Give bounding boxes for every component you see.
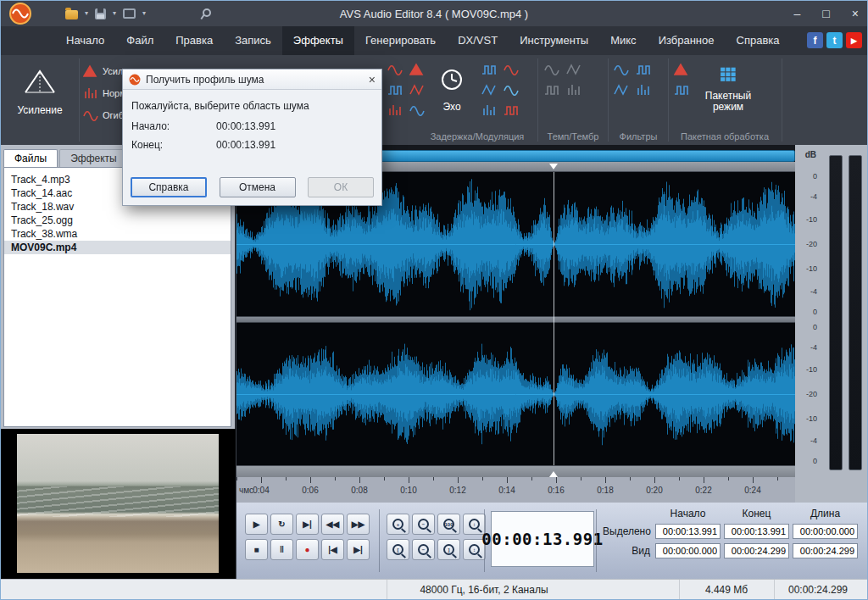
menu-item-Эффекты[interactable]: Эффекты bbox=[282, 26, 354, 55]
flanger-icon[interactable] bbox=[503, 62, 520, 77]
save-caret-icon[interactable]: ▾ bbox=[113, 10, 116, 17]
video-frame-foam bbox=[17, 486, 219, 517]
filter-icon[interactable] bbox=[613, 62, 630, 77]
phaser-icon[interactable] bbox=[481, 103, 498, 118]
record-button[interactable]: ● bbox=[296, 539, 319, 560]
zoom-100-button[interactable]: 100 bbox=[437, 514, 460, 535]
menu-item-Генерировать[interactable]: Генерировать bbox=[354, 26, 447, 55]
device-caret-icon[interactable]: ▾ bbox=[142, 10, 146, 17]
chorus-icon[interactable] bbox=[503, 82, 520, 97]
group-label-tempo: Темп/Тембр bbox=[540, 131, 606, 142]
effect-icon[interactable] bbox=[387, 82, 403, 97]
filter-icon[interactable] bbox=[635, 62, 652, 77]
zoom-out-button[interactable]: − bbox=[412, 514, 435, 535]
file-item[interactable]: Track_38.wma bbox=[4, 227, 231, 241]
tempo-icon[interactable] bbox=[543, 62, 560, 77]
menu-item-Избранное[interactable]: Избранное bbox=[648, 26, 726, 55]
menu-item-Запись[interactable]: Запись bbox=[224, 26, 282, 55]
db-tick: -10 bbox=[806, 365, 817, 374]
title-bar: ▾ ▾ ▾ AVS Audio Editor 8.4 ( MOV09C.mp4 … bbox=[1, 1, 867, 26]
reverb-icon[interactable] bbox=[503, 103, 520, 118]
menu-item-Справка[interactable]: Справка bbox=[726, 26, 791, 55]
delay-icon[interactable] bbox=[481, 62, 498, 77]
menu-item-Инструменты[interactable]: Инструменты bbox=[509, 26, 599, 55]
dialog-title-bar[interactable]: Получить профиль шума × bbox=[123, 69, 381, 90]
pause-button[interactable]: ‖ bbox=[270, 539, 293, 560]
fast-forward-button[interactable]: ▶▶ bbox=[347, 514, 370, 535]
waveform-channel-2[interactable] bbox=[236, 323, 795, 465]
time-field[interactable] bbox=[655, 524, 721, 539]
effect-icon[interactable] bbox=[387, 62, 403, 77]
vibrato-icon[interactable] bbox=[481, 82, 498, 97]
menu-item-Правка[interactable]: Правка bbox=[164, 26, 224, 55]
echo-button[interactable]: Эхо bbox=[428, 60, 476, 142]
batch-small-icon[interactable] bbox=[673, 82, 690, 97]
close-button[interactable]: × bbox=[852, 8, 859, 19]
save-icon[interactable] bbox=[95, 8, 106, 19]
zoom-in-button[interactable]: + bbox=[387, 514, 409, 535]
open-file-caret-icon[interactable]: ▾ bbox=[85, 10, 88, 17]
panel-tabs: ФайлыЭффекты bbox=[3, 147, 130, 167]
youtube-icon[interactable]: ▶ bbox=[846, 32, 862, 48]
tab-Эффекты[interactable]: Эффекты bbox=[59, 149, 128, 167]
ruler-bottom[interactable] bbox=[236, 465, 795, 477]
twitter-icon[interactable]: t bbox=[826, 32, 843, 48]
zoom-selection-button[interactable]: [ bbox=[387, 539, 409, 560]
menu-item-Файл[interactable]: Файл bbox=[115, 26, 164, 55]
normalize-icon bbox=[82, 86, 99, 101]
filter-icon[interactable] bbox=[635, 82, 652, 97]
cancel-button[interactable]: Отмена bbox=[220, 177, 296, 197]
time-field[interactable] bbox=[724, 524, 789, 539]
play-button[interactable]: ▶ bbox=[245, 514, 268, 535]
loop-button[interactable]: ↻ bbox=[270, 514, 293, 535]
playhead-marker-bottom[interactable] bbox=[549, 467, 558, 477]
open-file-icon[interactable] bbox=[65, 10, 78, 19]
go-to-end-button[interactable]: ▶| bbox=[347, 539, 370, 560]
filter-icon[interactable] bbox=[613, 82, 630, 97]
rate-icon[interactable] bbox=[543, 82, 560, 97]
menu-item-Микс[interactable]: Микс bbox=[599, 26, 647, 55]
time-field[interactable] bbox=[793, 543, 858, 558]
go-to-start-button[interactable]: |◀ bbox=[321, 539, 344, 560]
effect-icon[interactable] bbox=[409, 62, 426, 77]
zoom-out-full-button[interactable]: − bbox=[412, 539, 435, 560]
time-field[interactable] bbox=[655, 543, 721, 558]
zoom-fit-button[interactable]: ] bbox=[437, 539, 460, 560]
stop-button[interactable]: ■ bbox=[245, 539, 268, 560]
ok-button[interactable]: ОК bbox=[308, 177, 374, 197]
playhead-marker-top[interactable] bbox=[549, 164, 558, 174]
help-button[interactable]: Справка bbox=[131, 177, 207, 197]
maximize-button[interactable]: □ bbox=[822, 8, 829, 19]
amplify-button[interactable]: Усиление bbox=[4, 60, 75, 142]
selection-row2-label: Вид bbox=[603, 545, 650, 557]
time-field[interactable] bbox=[793, 524, 858, 539]
menu-item-DX/VST[interactable]: DX/VST bbox=[447, 26, 509, 55]
amplify-small-button[interactable]: Усил bbox=[82, 62, 126, 81]
minimize-button[interactable]: – bbox=[794, 8, 801, 19]
batch-mode-button[interactable]: Пакетный режим bbox=[696, 60, 760, 142]
play-to-end-button[interactable]: ▶| bbox=[296, 514, 319, 535]
selection-header: Длина bbox=[793, 508, 858, 519]
dialog-close-icon[interactable]: × bbox=[369, 73, 376, 86]
menu-item-Начало[interactable]: Начало bbox=[55, 26, 115, 55]
transport-row2: ■‖●|◀▶| bbox=[245, 539, 370, 560]
device-icon[interactable] bbox=[123, 8, 136, 19]
pin-icon[interactable] bbox=[200, 8, 210, 19]
time-field[interactable] bbox=[724, 543, 789, 558]
effect-icon[interactable] bbox=[387, 103, 403, 118]
envelope-button[interactable]: Огиб bbox=[82, 106, 126, 125]
start-value: 00:00:13.991 bbox=[216, 120, 275, 132]
batch-small-icon[interactable] bbox=[673, 62, 690, 77]
effect-icon[interactable] bbox=[409, 82, 426, 97]
timeline-ruler[interactable]: чмс 0:040:060:080:100:120:140:160:180:20… bbox=[236, 477, 795, 503]
effect-icon[interactable] bbox=[409, 103, 426, 118]
facebook-icon[interactable]: f bbox=[807, 32, 823, 48]
normalize-button[interactable]: Норм bbox=[82, 84, 126, 103]
file-item[interactable]: MOV09C.mp4 bbox=[4, 241, 231, 254]
file-item[interactable]: Track_25.ogg bbox=[4, 214, 231, 227]
pitch-icon[interactable] bbox=[565, 62, 582, 77]
rewind-button[interactable]: ◀◀ bbox=[321, 514, 344, 535]
timbre-icon[interactable] bbox=[565, 82, 582, 97]
playhead-cursor[interactable] bbox=[554, 172, 554, 465]
tab-Файлы[interactable]: Файлы bbox=[3, 149, 58, 168]
